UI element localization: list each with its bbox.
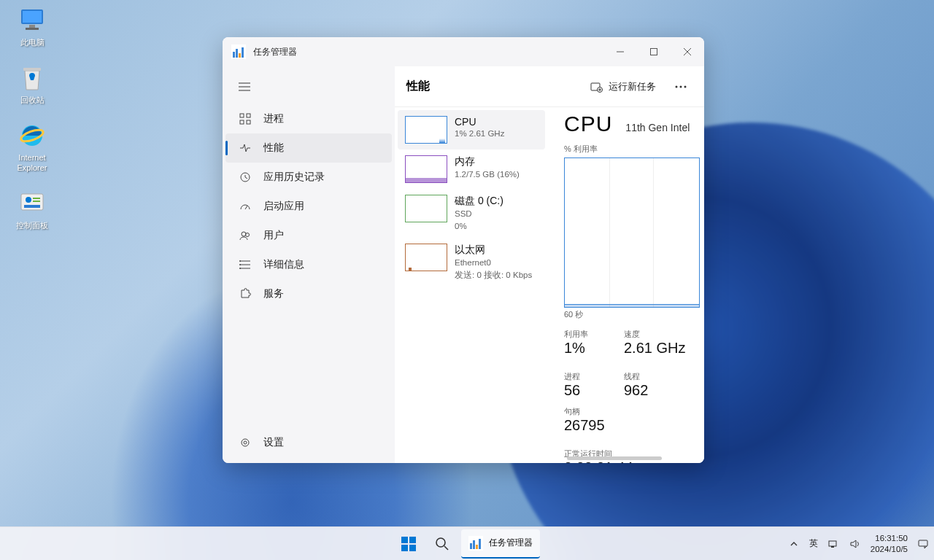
task-manager-window: 任务管理器 进程 性能 应用历史记录 bbox=[223, 37, 704, 463]
stats-grid: 利用率 1% 速度 2.61 GHz 进程 56 bbox=[564, 329, 700, 463]
app-icon bbox=[231, 44, 246, 59]
nav-label: 服务 bbox=[263, 287, 284, 300]
svg-rect-14 bbox=[236, 49, 238, 58]
time: 16:31:50 bbox=[871, 533, 908, 543]
more-icon bbox=[675, 85, 687, 88]
nav-label: 用户 bbox=[263, 229, 284, 242]
svg-rect-16 bbox=[242, 47, 244, 58]
more-button[interactable] bbox=[669, 75, 692, 98]
list-icon bbox=[239, 258, 252, 271]
gauge-icon bbox=[239, 200, 252, 213]
nav-services[interactable]: 服务 bbox=[225, 279, 392, 308]
svg-point-38 bbox=[242, 439, 249, 446]
nav-performance[interactable]: 性能 bbox=[225, 133, 392, 163]
icon-label: 此电脑 bbox=[20, 38, 45, 47]
recycle-bin-icon bbox=[18, 63, 47, 93]
svg-point-51 bbox=[436, 538, 445, 547]
stat-processes: 进程 56 bbox=[564, 371, 602, 399]
desktop-icon-control-panel[interactable]: 控制面板 bbox=[6, 189, 58, 230]
nav-app-history[interactable]: 应用历史记录 bbox=[225, 163, 392, 192]
stat-value: 2.61 GHz bbox=[624, 340, 685, 357]
svg-rect-11 bbox=[24, 205, 40, 208]
perf-card-memory[interactable]: 内存 1.2/7.5 GB (16%) bbox=[398, 149, 545, 189]
desktop-icon-this-pc[interactable]: 此电脑 bbox=[6, 6, 58, 47]
maximize-button[interactable] bbox=[637, 37, 671, 66]
nav-label: 性能 bbox=[263, 141, 284, 155]
stat-threads: 线程 962 bbox=[624, 371, 662, 399]
taskbar-task-manager[interactable]: 任务管理器 bbox=[461, 529, 540, 559]
stat-value: 56 bbox=[564, 382, 602, 399]
puzzle-icon bbox=[239, 287, 252, 300]
cpu-thumb bbox=[405, 116, 447, 144]
content-area: 性能 运行新任务 CPU 1% 2.61 GHz bbox=[395, 66, 704, 463]
hamburger-button[interactable] bbox=[230, 74, 259, 100]
svg-point-8 bbox=[26, 197, 31, 203]
svg-rect-26 bbox=[240, 120, 244, 124]
perf-sub: 1.2/7.5 GB (16%) bbox=[455, 168, 520, 181]
task-label: 任务管理器 bbox=[489, 537, 533, 549]
perf-title: CPU bbox=[455, 116, 504, 128]
content-header: 性能 运行新任务 bbox=[395, 66, 704, 107]
titlebar[interactable]: 任务管理器 bbox=[223, 37, 704, 66]
disk-thumb bbox=[405, 195, 447, 222]
perf-sub: 1% 2.61 GHz bbox=[455, 128, 504, 140]
perf-sub2: 发送: 0 接收: 0 Kbps bbox=[455, 269, 532, 281]
desktop-icon-internet-explorer[interactable]: Internet Explorer bbox=[6, 121, 58, 172]
app-icon bbox=[468, 536, 483, 551]
icon-label: 回收站 bbox=[20, 96, 45, 105]
ie-icon bbox=[18, 121, 47, 150]
svg-rect-56 bbox=[476, 545, 478, 549]
perf-sub: Ethernet0 bbox=[455, 257, 532, 269]
svg-rect-58 bbox=[829, 541, 836, 546]
svg-point-46 bbox=[684, 85, 687, 88]
volume-icon[interactable] bbox=[849, 537, 862, 551]
svg-point-36 bbox=[239, 264, 241, 265]
nav-processes[interactable]: 进程 bbox=[225, 104, 392, 133]
run-task-label: 运行新任务 bbox=[609, 80, 656, 93]
svg-rect-3 bbox=[26, 28, 39, 30]
nav-users[interactable]: 用户 bbox=[225, 221, 392, 250]
detail-pane: CPU 11th Gen Intel % 利用率 60 秒 利用率 1% bbox=[548, 107, 704, 463]
notifications-button[interactable] bbox=[916, 537, 930, 551]
system-tray: 英 16:31:50 2024/10/5 bbox=[787, 533, 930, 554]
svg-rect-55 bbox=[473, 540, 475, 549]
nav-label: 启动应用 bbox=[263, 200, 304, 213]
clock[interactable]: 16:31:50 2024/10/5 bbox=[871, 533, 908, 554]
perf-card-cpu[interactable]: CPU 1% 2.61 GHz bbox=[398, 110, 545, 149]
nav-startup[interactable]: 启动应用 bbox=[225, 192, 392, 221]
stat-handles: 句柄 26795 bbox=[564, 406, 605, 434]
svg-rect-15 bbox=[239, 53, 241, 58]
minimize-button[interactable] bbox=[603, 37, 637, 66]
ime-indicator[interactable]: 英 bbox=[809, 538, 818, 549]
perf-sub2: 0% bbox=[455, 220, 503, 233]
network-icon[interactable] bbox=[827, 537, 840, 551]
svg-rect-54 bbox=[470, 543, 472, 549]
nav-settings[interactable]: 设置 bbox=[225, 428, 392, 457]
svg-rect-47 bbox=[401, 537, 408, 543]
tray-overflow-button[interactable] bbox=[787, 537, 800, 551]
run-new-task-button[interactable]: 运行新任务 bbox=[582, 76, 663, 98]
svg-rect-48 bbox=[409, 537, 416, 543]
start-button[interactable] bbox=[394, 529, 423, 559]
nav-details[interactable]: 详细信息 bbox=[225, 250, 392, 279]
net-thumb bbox=[405, 244, 447, 271]
perf-card-disk[interactable]: 磁盘 0 (C:) SSD 0% bbox=[398, 189, 545, 238]
search-button[interactable] bbox=[428, 529, 457, 559]
svg-rect-24 bbox=[240, 114, 244, 117]
svg-rect-2 bbox=[29, 25, 35, 28]
desktop-icon-recycle-bin[interactable]: 回收站 bbox=[6, 63, 58, 105]
svg-rect-59 bbox=[831, 546, 834, 548]
close-button[interactable] bbox=[671, 37, 704, 66]
stat-label: 线程 bbox=[624, 371, 662, 382]
hamburger-icon bbox=[239, 82, 250, 91]
horizontal-scrollbar[interactable] bbox=[567, 456, 662, 460]
perf-title: 内存 bbox=[455, 155, 520, 168]
stat-utilization: 利用率 1% bbox=[564, 329, 602, 357]
perf-card-ethernet[interactable]: 以太网 Ethernet0 发送: 0 接收: 0 Kbps bbox=[398, 238, 545, 287]
stat-value: 1% bbox=[564, 340, 602, 357]
icon-label: 控制面板 bbox=[16, 221, 48, 230]
pulse-icon bbox=[239, 141, 252, 155]
detail-title: CPU bbox=[564, 112, 612, 136]
nav-label: 设置 bbox=[263, 436, 284, 449]
svg-line-29 bbox=[245, 206, 247, 209]
